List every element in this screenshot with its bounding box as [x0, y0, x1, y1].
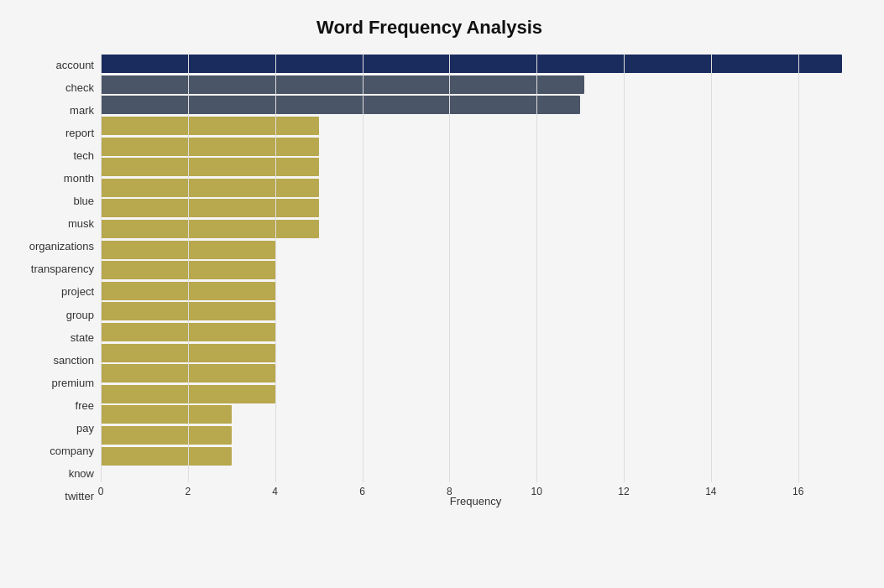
bar-row	[101, 95, 850, 116]
bar-report	[101, 117, 319, 135]
bar-pay	[101, 385, 275, 403]
bar-row	[101, 445, 850, 466]
y-label-pay: pay	[76, 423, 94, 434]
y-label-know: know	[69, 468, 94, 479]
bar-free	[101, 364, 275, 382]
bar-row	[101, 384, 850, 405]
y-label-month: month	[64, 173, 94, 184]
bar-row	[101, 75, 850, 96]
bar-row	[101, 178, 850, 199]
y-label-blue: blue	[73, 195, 94, 206]
bar-know	[101, 426, 232, 445]
y-label-account: account	[55, 60, 94, 70]
bar-transparency	[101, 241, 275, 259]
bar-row	[101, 136, 850, 157]
bar-row	[101, 219, 850, 240]
bar-group	[101, 282, 275, 300]
y-label-mark: mark	[70, 105, 94, 116]
bar-row	[101, 281, 850, 302]
y-label-group: group	[66, 310, 94, 320]
bars-wrapper	[101, 54, 850, 492]
y-label-free: free	[76, 400, 94, 411]
bar-row	[101, 260, 850, 281]
x-axis-label: Frequency	[101, 495, 850, 507]
bar-blue	[101, 179, 319, 197]
bar-sanction	[101, 323, 275, 341]
y-label-tech: tech	[73, 150, 94, 161]
y-label-premium: premium	[51, 377, 94, 388]
bar-tech	[101, 138, 319, 156]
bar-account	[101, 55, 842, 73]
bar-mark	[101, 96, 580, 114]
y-label-state: state	[71, 332, 94, 343]
y-label-project: project	[61, 286, 94, 297]
y-label-musk: musk	[68, 218, 94, 229]
y-label-check: check	[65, 82, 94, 93]
chart-area: accountcheckmarkreporttechmonthbluemusko…	[8, 54, 850, 507]
bar-musk	[101, 199, 319, 217]
chart-title: Word Frequency Analysis	[8, 17, 850, 39]
bar-check	[101, 75, 584, 94]
bar-row	[101, 425, 850, 446]
bar-row	[101, 301, 850, 322]
y-label-report: report	[65, 127, 94, 138]
y-label-twitter: twitter	[65, 491, 94, 502]
bar-row	[101, 198, 850, 219]
bar-month	[101, 158, 319, 176]
bar-row	[101, 239, 850, 260]
bar-row	[101, 322, 850, 343]
bar-row	[101, 116, 850, 137]
bar-row	[101, 342, 850, 363]
y-label-transparency: transparency	[31, 263, 94, 274]
bar-row	[101, 363, 850, 384]
bar-row	[101, 404, 850, 425]
chart-container: Word Frequency Analysis accountcheckmark…	[0, 0, 884, 588]
bars-and-grid: 0246810121416 Frequency	[101, 54, 850, 507]
bar-row	[101, 157, 850, 178]
y-label-organizations: organizations	[29, 241, 94, 252]
bar-project	[101, 261, 275, 279]
y-labels: accountcheckmarkreporttechmonthbluemusko…	[8, 54, 101, 507]
y-label-sanction: sanction	[54, 355, 94, 366]
bar-organizations	[101, 220, 319, 238]
bar-company	[101, 405, 232, 424]
bar-row	[101, 54, 850, 75]
y-label-company: company	[50, 445, 94, 456]
bar-premium	[101, 344, 275, 362]
bar-state	[101, 302, 275, 320]
bar-twitter	[101, 447, 232, 466]
